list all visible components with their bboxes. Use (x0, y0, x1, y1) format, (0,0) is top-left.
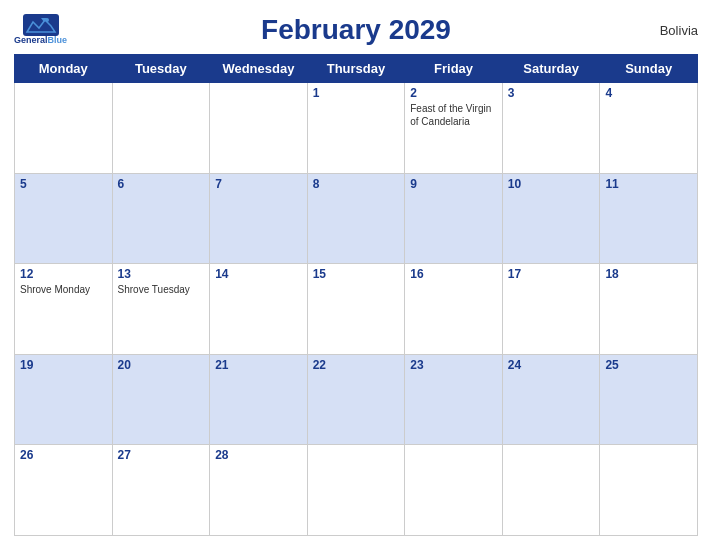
header-row: Monday Tuesday Wednesday Thursday Friday… (15, 55, 698, 83)
cell-w3-d7: 18 (600, 264, 698, 355)
calendar-table: Monday Tuesday Wednesday Thursday Friday… (14, 54, 698, 536)
cell-w1-d5: 2Feast of the Virgin of Candelaria (405, 83, 503, 174)
cell-w5-d5 (405, 445, 503, 536)
col-sunday: Sunday (600, 55, 698, 83)
cell-w3-d5: 16 (405, 264, 503, 355)
day-number: 27 (118, 448, 205, 462)
cell-w1-d7: 4 (600, 83, 698, 174)
cell-w4-d1: 19 (15, 354, 113, 445)
cell-w4-d6: 24 (502, 354, 600, 445)
day-number: 21 (215, 358, 302, 372)
day-number: 5 (20, 177, 107, 191)
day-number: 18 (605, 267, 692, 281)
cell-w3-d1: 12Shrove Monday (15, 264, 113, 355)
cell-w1-d3 (210, 83, 308, 174)
day-number: 13 (118, 267, 205, 281)
logo-text: GeneralBlue (14, 36, 67, 46)
cell-w4-d4: 22 (307, 354, 405, 445)
cell-w5-d6 (502, 445, 600, 536)
cell-w3-d4: 15 (307, 264, 405, 355)
cell-w5-d2: 27 (112, 445, 210, 536)
generalblue-logo: GeneralBlue (14, 14, 67, 46)
day-number: 24 (508, 358, 595, 372)
country-label: Bolivia (660, 23, 698, 38)
day-number: 16 (410, 267, 497, 281)
cell-w5-d1: 26 (15, 445, 113, 536)
cell-w4-d3: 21 (210, 354, 308, 445)
svg-point-3 (45, 18, 49, 22)
cell-w1-d4: 1 (307, 83, 405, 174)
day-number: 10 (508, 177, 595, 191)
day-number: 3 (508, 86, 595, 100)
cell-w5-d4 (307, 445, 405, 536)
cell-w5-d3: 28 (210, 445, 308, 536)
cell-w4-d7: 25 (600, 354, 698, 445)
cell-w5-d7 (600, 445, 698, 536)
cell-w1-d1 (15, 83, 113, 174)
day-number: 20 (118, 358, 205, 372)
event-label: Shrove Monday (20, 283, 107, 296)
day-number: 8 (313, 177, 400, 191)
cell-w2-d2: 6 (112, 173, 210, 264)
calendar-title: February 2029 (261, 14, 451, 46)
week-row-3: 12Shrove Monday13Shrove Tuesday141516171… (15, 264, 698, 355)
col-monday: Monday (15, 55, 113, 83)
event-label: Feast of the Virgin of Candelaria (410, 102, 497, 128)
cell-w1-d2 (112, 83, 210, 174)
col-wednesday: Wednesday (210, 55, 308, 83)
day-number: 25 (605, 358, 692, 372)
day-number: 9 (410, 177, 497, 191)
cell-w2-d1: 5 (15, 173, 113, 264)
day-number: 11 (605, 177, 692, 191)
col-thursday: Thursday (307, 55, 405, 83)
day-number: 19 (20, 358, 107, 372)
cell-w1-d6: 3 (502, 83, 600, 174)
week-row-2: 567891011 (15, 173, 698, 264)
event-label: Shrove Tuesday (118, 283, 205, 296)
day-number: 23 (410, 358, 497, 372)
calendar-header: GeneralBlue February 2029 Bolivia (14, 10, 698, 50)
cell-w4-d5: 23 (405, 354, 503, 445)
cell-w2-d3: 7 (210, 173, 308, 264)
day-number: 22 (313, 358, 400, 372)
day-number: 14 (215, 267, 302, 281)
day-number: 17 (508, 267, 595, 281)
col-tuesday: Tuesday (112, 55, 210, 83)
calendar-wrapper: GeneralBlue February 2029 Bolivia Monday… (0, 0, 712, 550)
col-friday: Friday (405, 55, 503, 83)
col-saturday: Saturday (502, 55, 600, 83)
day-number: 12 (20, 267, 107, 281)
week-row-5: 262728 (15, 445, 698, 536)
week-row-4: 19202122232425 (15, 354, 698, 445)
calendar-body: 12Feast of the Virgin of Candelaria34567… (15, 83, 698, 536)
cell-w2-d4: 8 (307, 173, 405, 264)
day-number: 26 (20, 448, 107, 462)
cell-w3-d3: 14 (210, 264, 308, 355)
day-number: 2 (410, 86, 497, 100)
day-number: 15 (313, 267, 400, 281)
week-row-1: 12Feast of the Virgin of Candelaria34 (15, 83, 698, 174)
cell-w4-d2: 20 (112, 354, 210, 445)
cell-w3-d6: 17 (502, 264, 600, 355)
cell-w3-d2: 13Shrove Tuesday (112, 264, 210, 355)
cell-w2-d6: 10 (502, 173, 600, 264)
day-number: 28 (215, 448, 302, 462)
cell-w2-d5: 9 (405, 173, 503, 264)
cell-w2-d7: 11 (600, 173, 698, 264)
day-number: 7 (215, 177, 302, 191)
day-number: 4 (605, 86, 692, 100)
day-number: 6 (118, 177, 205, 191)
day-number: 1 (313, 86, 400, 100)
